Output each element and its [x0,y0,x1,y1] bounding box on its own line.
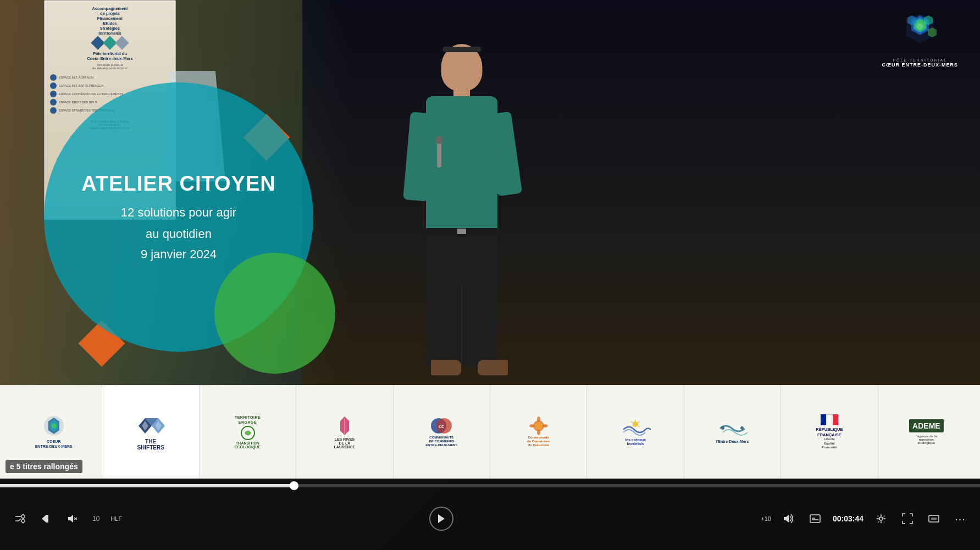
svg-point-26 [535,423,542,429]
svg-point-4 [917,23,923,30]
shifters-icon [133,414,169,438]
theatre-button[interactable] [925,510,943,527]
rewind-icon [40,513,52,525]
mic-head [435,136,443,144]
mute-button[interactable] [64,510,81,527]
speaker-arm-right [486,112,522,197]
french-flag [821,414,838,425]
republique-label: RÉPUBLIQUEFRANÇAISE [816,427,843,438]
volume-icon [783,513,795,524]
bottom-text-overlay: e 5 titres rallongés [5,460,82,473]
logo-hexagon [898,11,942,55]
creonnais-label: Communautéde Communesdu Créonnais [527,436,550,448]
mute-icon [67,513,78,524]
more-options-button[interactable]: ··· [951,510,969,527]
speaker-belt [426,228,497,235]
shuffle-icon [14,513,25,524]
logo-creonnais: Communautéde Communesdu Créonnais [490,385,587,479]
flag-red [833,414,838,425]
gear-icon [876,513,887,524]
laurence-label: LES RIVESDE LALAURENCE [334,437,355,449]
theatre-icon [928,513,939,524]
svg-point-37 [721,426,724,430]
video-player: Accompagnementde projetsFinancementEtude… [0,0,980,550]
fullscreen-button[interactable] [899,510,916,527]
progress-scrubber[interactable] [290,481,298,490]
logo-entre-deux: l'Entre-Deux-Mers [684,385,781,479]
speaker-arm-left [403,112,435,201]
speaker-pants [426,235,497,366]
captions-button[interactable] [806,510,824,527]
shifters-label: THESHIFTERS [137,438,164,451]
logo-shifters: THESHIFTERS [102,385,199,479]
svg-line-36 [631,426,633,427]
controls-row: 10 HLF +10 [0,487,980,550]
speaker-torso [426,96,497,234]
logo-transition: TERRITOIREENGAGÉ TRANSITIONÉCOLOGIQUE [200,385,296,479]
shuffle-button[interactable] [11,510,29,527]
cc-entre-label: COMMUNAUTÉDE COMMUNESENTRE-DEUX-MERS [425,436,457,448]
event-subtitle-line1: 12 solutions pour agir [81,204,276,221]
shoe-left [431,360,461,375]
controls-bar[interactable]: 10 HLF +10 [0,479,980,550]
svg-rect-40 [46,515,48,523]
legs-separator [461,284,462,366]
coeur-label: COEURENTRE-DEUX-MERS [35,440,73,449]
svg-marker-45 [784,515,789,523]
banner-desc: Structure publiquede développement local [92,63,127,70]
logo-coteaux: les coteauxbordelais [587,385,684,479]
more-icon: ··· [955,513,966,525]
transition-icon [237,425,259,441]
svg-point-28 [537,430,540,435]
rewind-button[interactable] [37,510,55,527]
svg-marker-39 [42,515,46,523]
event-title: ATELIER CITOYEN [81,173,276,196]
circle-content: ATELIER CITOYEN 12 solutions pour agir a… [70,162,287,272]
svg-point-30 [542,424,548,427]
laurence-icon [334,415,356,437]
coeur-icon [40,415,68,440]
ademe-box: ADEME [909,419,944,432]
ademe-label: ADEME [912,421,940,430]
svg-point-38 [740,426,744,430]
banner-title: Accompagnementde projetsFinancementEtude… [92,6,128,36]
play-button[interactable] [429,507,453,531]
republique-motto: LibertéÉgalitéFraternité [822,437,837,449]
logo-cc-entre: CC COMMUNAUTÉDE COMMUNESENTRE-DEUX-MERS [394,385,490,479]
logo-name: CŒUR ENTRE-DEUX-MERS [882,62,958,68]
territoire-label: TERRITOIREENGAGÉ [235,415,261,425]
diamond-gray [115,36,129,49]
belt-buckle [457,229,466,234]
coteaux-label: les coteauxbordelais [625,438,646,446]
svg-line-33 [638,421,640,423]
volume-button[interactable] [780,510,798,527]
speed-text: HLF [110,515,122,522]
flag-white [827,414,832,425]
shoe-right [478,360,508,375]
logo-pôle-label: PÔLE TERRITORIAL [882,58,958,62]
transition-label: TRANSITIONÉCOLOGIQUE [235,441,261,449]
logo-ademe: ADEME l'agence de latransitionécologique [878,385,975,479]
progress-bar[interactable] [0,484,980,487]
banner-pôle: Pôle territorial duCoeur-Entre-deux-Mers [87,51,132,61]
event-circle-overlay: ATELIER CITOYEN 12 solutions pour agir a… [44,82,313,352]
top-right-logo: PÔLE TERRITORIAL CŒUR ENTRE-DEUX-MERS [882,11,958,68]
logo-text: PÔLE TERRITORIAL CŒUR ENTRE-DEUX-MERS [882,58,958,68]
svg-marker-41 [68,515,73,523]
speaker-head [441,44,483,91]
controls-time: 00:03:44 [833,514,863,523]
svg-point-11 [51,423,57,429]
svg-line-34 [638,426,640,427]
flag-blue [821,414,826,425]
logo-republique: RÉPUBLIQUEFRANÇAISE LibertéÉgalitéFrater… [781,385,878,479]
entre-deux-label: l'Entre-Deux-Mers [716,440,749,443]
svg-point-27 [537,416,540,422]
svg-point-18 [246,431,250,435]
svg-marker-44 [438,514,445,523]
banner-diamonds [93,38,127,48]
captions-icon [810,514,821,523]
svg-rect-51 [931,518,937,520]
settings-button[interactable] [872,510,890,527]
event-date: 9 janvier 2024 [81,247,276,262]
sunglasses [442,47,481,52]
